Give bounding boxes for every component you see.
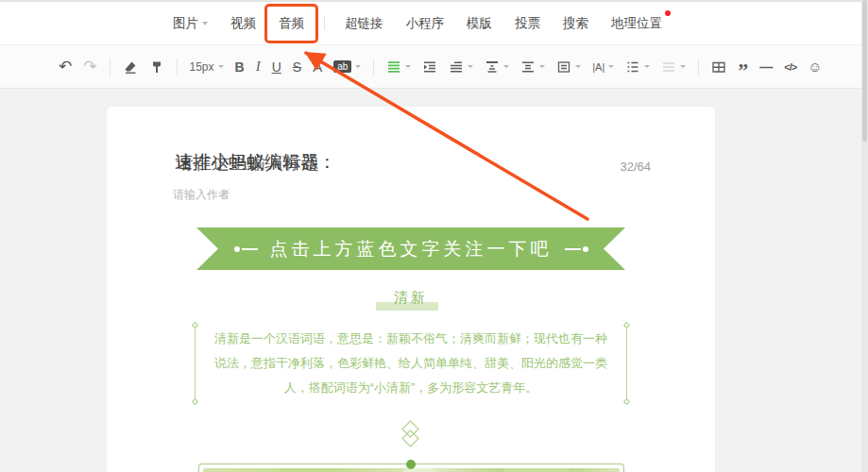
menu-item-search-label: 搜索 (563, 15, 588, 32)
margin-box-icon (556, 59, 571, 75)
paragraph-spacing-icon (485, 59, 500, 75)
follow-banner[interactable]: 点击上方蓝色文字关注一下吧 (196, 228, 625, 270)
vertical-scrollbar[interactable] (861, 0, 868, 472)
clear-format-button[interactable] (119, 54, 142, 80)
title-placeholder: 请在这里输入标题 (176, 151, 319, 176)
menu-item-hyperlink-label: 超链接 (345, 15, 383, 32)
scrollbar-thumb[interactable] (862, 0, 867, 142)
paragraph-spacing-dropdown[interactable] (481, 54, 513, 80)
code-button[interactable]: </> (780, 54, 800, 80)
menu-divider (324, 16, 325, 30)
italic-icon: I (256, 59, 261, 75)
horizontal-rule-button[interactable]: — (756, 54, 776, 80)
menu-item-template[interactable]: 模版 (464, 13, 495, 34)
chevron-down-icon (539, 65, 545, 68)
title-input[interactable]: 速排小蚂蚁编辑器： 请在这里输入标题 (171, 150, 568, 176)
italic-button[interactable]: I (252, 54, 264, 80)
chevron-down-icon (644, 65, 650, 68)
banner-text: 点击上方蓝色文字关注一下吧 (270, 237, 553, 261)
chevron-down-icon (405, 65, 411, 68)
chevron-down-icon (355, 65, 361, 68)
menu-item-image[interactable]: 图片 (170, 13, 211, 34)
font-size-dropdown[interactable]: 15px (186, 54, 228, 80)
chevron-down-icon (503, 65, 509, 68)
horizontal-rule-icon: — (759, 59, 773, 75)
paint-brush-icon (149, 59, 164, 75)
menu-item-search[interactable]: 搜索 (560, 13, 591, 34)
letter-spacing-dropdown[interactable]: |A| (588, 54, 618, 80)
insert-table-button[interactable] (707, 54, 730, 80)
chevron-down-icon (218, 65, 224, 68)
list-icon (625, 59, 640, 75)
toolbar-divider (373, 59, 374, 76)
menu-item-image-label: 图片 (173, 15, 198, 32)
menu-item-vote-label: 投票 (515, 15, 540, 32)
format-painter-button[interactable] (145, 54, 168, 80)
letter-spacing-icon: |A| (592, 61, 604, 73)
font-color-button[interactable]: A (309, 54, 326, 80)
banner-left-ornament (234, 246, 258, 252)
bold-icon: B (235, 59, 245, 75)
text-indent-button[interactable] (418, 54, 441, 80)
first-line-indent-dropdown[interactable] (445, 54, 477, 80)
bold-button[interactable]: B (231, 54, 248, 80)
quote-paragraph: 清新是一个汉语词语，意思是：新颖不俗气；清爽而新鲜；现代也有一种说法，意指干净利… (210, 327, 612, 400)
notification-dot (665, 10, 671, 16)
line-height-dropdown[interactable] (517, 54, 549, 80)
margin-dropdown[interactable] (553, 54, 585, 80)
chevron-down-icon (202, 22, 208, 25)
title-row: 速排小蚂蚁编辑器： 请在这里输入标题 32/64 (171, 150, 651, 176)
formatting-toolbar: ↶ ↷ 15px B I U S A ab (0, 44, 861, 89)
disabled-lines-icon (661, 59, 676, 75)
highlight-color-dropdown[interactable]: ab (330, 54, 365, 80)
font-size-value: 15px (190, 60, 214, 74)
strikethrough-button[interactable]: S (289, 54, 305, 80)
menu-item-vote[interactable]: 投票 (512, 13, 543, 34)
line-color-dropdown[interactable] (383, 54, 415, 80)
redo-icon: ↷ (83, 57, 96, 76)
toolbar-divider (110, 59, 111, 76)
undo-button[interactable]: ↶ (55, 54, 76, 80)
menu-item-miniprogram[interactable]: 小程序 (403, 13, 448, 34)
insert-menu-bar: 图片 视频 音频 超链接 小程序 模版 投票 搜索 地理位置 (0, 2, 861, 44)
highlight-icon: ab (333, 60, 351, 73)
eraser-icon (123, 59, 138, 75)
redo-button[interactable]: ↷ (79, 54, 100, 80)
emoji-icon: ☺ (808, 59, 822, 75)
line-height-icon (520, 59, 536, 75)
heading-text: 清新 (394, 289, 428, 305)
title-char-counter: 32/64 (620, 160, 651, 176)
author-input[interactable]: 请输入作者 (171, 187, 651, 203)
editor-background: 速排小蚂蚁编辑器： 请在这里输入标题 32/64 请输入作者 点击上方蓝色文字关… (0, 90, 861, 472)
list-dropdown[interactable] (621, 54, 654, 80)
toolbar-divider (698, 59, 699, 76)
diamond-ornament[interactable] (399, 422, 423, 450)
menu-item-audio[interactable]: 音频 (276, 13, 307, 34)
underline-button[interactable]: U (268, 54, 285, 80)
section-heading[interactable]: 清新 (171, 289, 651, 312)
emoji-button[interactable]: ☺ (804, 54, 825, 80)
image-card[interactable] (198, 464, 624, 472)
disabled-format-dropdown[interactable] (657, 54, 689, 80)
chevron-down-icon (575, 65, 581, 68)
strikethrough-icon: S (293, 59, 301, 75)
menu-item-hyperlink[interactable]: 超链接 (342, 13, 386, 34)
quote-block[interactable]: 清新是一个汉语词语，意思是：新颖不俗气；清爽而新鲜；现代也有一种说法，意指干净利… (195, 324, 627, 403)
greenery-photo (203, 468, 620, 472)
first-line-indent-icon (449, 59, 464, 75)
toolbar-divider (177, 59, 178, 76)
quote-right-rail (626, 326, 627, 401)
undo-icon: ↶ (59, 57, 72, 76)
table-icon (711, 59, 726, 75)
indent-lines-icon (422, 59, 437, 75)
font-color-icon: A (313, 59, 322, 75)
underline-icon: U (272, 59, 281, 75)
banner-right-ornament (565, 246, 588, 252)
document-panel: 速排小蚂蚁编辑器： 请在这里输入标题 32/64 请输入作者 点击上方蓝色文字关… (107, 107, 715, 472)
menu-item-location[interactable]: 地理位置 (608, 13, 665, 34)
menu-item-video[interactable]: 视频 (228, 13, 259, 34)
quote-left-rail (195, 326, 196, 401)
green-lines-icon (386, 59, 401, 75)
blockquote-button[interactable]: ” (734, 54, 752, 80)
menu-item-template-label: 模版 (467, 15, 492, 32)
